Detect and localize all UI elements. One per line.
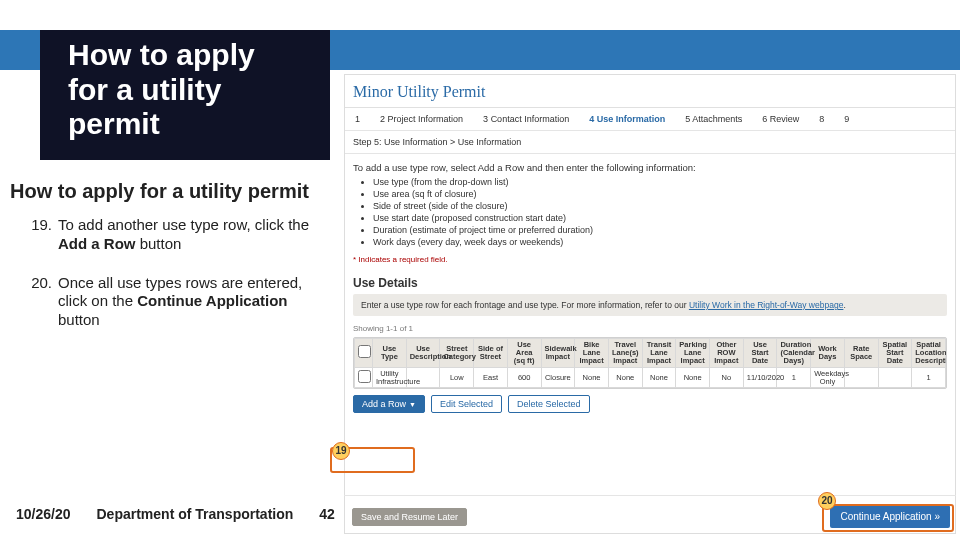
step-20: 20. Once all use types rows are entered,…	[10, 274, 330, 330]
table-cell: Closure	[541, 367, 575, 388]
slide: How to apply for a utility permit How to…	[0, 0, 960, 540]
table-cell: 11/10/2020	[743, 367, 777, 388]
section-subtitle: How to apply for a utility permit	[10, 180, 330, 202]
table-cell: 600	[507, 367, 541, 388]
slide-footer: 10/26/20 Department of Transportation 42	[16, 506, 335, 522]
col-checkbox[interactable]	[355, 339, 373, 368]
col-header: Use Start Date	[743, 339, 777, 368]
continue-application-button[interactable]: Continue Application »	[830, 505, 950, 528]
info-link[interactable]: Utility Work in the Right-of-Way webpage	[689, 300, 843, 310]
table-cell: 1	[912, 367, 946, 388]
save-resume-button[interactable]: Save and Resume Later	[352, 508, 467, 526]
col-header: Parking Lane Impact	[676, 339, 710, 368]
col-header: Spatial Location Description	[912, 339, 946, 368]
step-number: 19.	[10, 216, 58, 254]
col-header: Spatial Start Date	[878, 339, 912, 368]
table-cell	[844, 367, 878, 388]
instruction-text: To add a use type row, select Add a Row …	[345, 154, 955, 177]
table-cell: None	[642, 367, 676, 388]
edit-selected-button[interactable]: Edit Selected	[431, 395, 502, 413]
col-header: Street Category	[440, 339, 474, 368]
delete-selected-button[interactable]: Delete Selected	[508, 395, 590, 413]
select-all-checkbox[interactable]	[358, 345, 371, 358]
col-header: Duration (Calendar Days)	[777, 339, 811, 368]
footer-dept: Department of Transportation	[97, 506, 294, 522]
col-header: Other ROW Impact	[710, 339, 744, 368]
wizard-step-3[interactable]: 3 Contact Information	[473, 108, 579, 130]
info-bar: Enter a use type row for each frontage a…	[353, 294, 947, 316]
step-number: 20.	[10, 274, 58, 330]
col-header: Side of Street	[474, 339, 508, 368]
wizard-step-5[interactable]: 5 Attachments	[675, 108, 752, 130]
bullet-item: Use area (sq ft of closure)	[373, 189, 947, 199]
col-header: Use Area (sq ft)	[507, 339, 541, 368]
slide-title: How to apply for a utility permit	[68, 38, 302, 142]
use-details-heading: Use Details	[345, 270, 955, 290]
row-count: Showing 1-1 of 1	[345, 320, 955, 337]
title-box: How to apply for a utility permit	[40, 30, 330, 160]
chevron-down-icon: ▼	[409, 401, 416, 408]
bullet-item: Use start date (proposed construction st…	[373, 213, 947, 223]
breadcrumb: Step 5: Use Information > Use Informatio…	[345, 131, 955, 154]
col-header: Bike Lane Impact	[575, 339, 609, 368]
wizard-step-9[interactable]: 9	[834, 108, 859, 130]
col-header: Rate Space	[844, 339, 878, 368]
step-text: To add another use type row, click the A…	[58, 216, 330, 254]
wizard-step-1[interactable]: 1	[345, 108, 370, 130]
wizard-steps: 1 2 Project Information 3 Contact Inform…	[345, 108, 955, 131]
table-cell: None	[608, 367, 642, 388]
continue-wrap: Continue Application »	[830, 505, 950, 528]
table-header-row: Use Type Use Description Street Category…	[355, 339, 946, 368]
bullet-list: Use type (from the drop-down list) Use a…	[345, 177, 955, 253]
required-note: * Indicates a required field.	[345, 253, 955, 270]
bullet-item: Work days (every day, week days or weeke…	[373, 237, 947, 247]
instruction-pane: How to apply for a utility permit 19. To…	[10, 180, 330, 350]
col-header: Use Type	[373, 339, 407, 368]
col-header: Use Description	[406, 339, 440, 368]
step-text: Once all use types rows are entered, cli…	[58, 274, 330, 330]
table-cell: Weekdays Only	[811, 367, 845, 388]
bullet-item: Use type (from the drop-down list)	[373, 177, 947, 187]
col-header: Transit Lane Impact	[642, 339, 676, 368]
save-resume-wrap: Save and Resume Later	[352, 508, 467, 526]
add-row-button[interactable]: Add a Row▼	[353, 395, 425, 413]
bullet-item: Duration (estimate of project time or pr…	[373, 225, 947, 235]
table-cell: Utility Infrastructure	[373, 367, 407, 388]
page-title: Minor Utility Permit	[345, 75, 955, 108]
callout-badge-20: 20	[818, 492, 836, 510]
wizard-step-2[interactable]: 2 Project Information	[370, 108, 473, 130]
table-cell: None	[575, 367, 609, 388]
wizard-step-8[interactable]: 8	[809, 108, 834, 130]
wizard-step-4[interactable]: 4 Use Information	[579, 108, 675, 130]
app-screenshot: Minor Utility Permit 1 2 Project Informa…	[344, 74, 956, 534]
col-header: Sidewalk Impact	[541, 339, 575, 368]
table-row[interactable]: Utility Infrastructure Low East 600 Clos…	[355, 367, 946, 388]
table-cell: No	[710, 367, 744, 388]
step-19: 19. To add another use type row, click t…	[10, 216, 330, 254]
col-header: Work Days	[811, 339, 845, 368]
bullet-item: Side of street (side of the closure)	[373, 201, 947, 211]
row-checkbox-cell[interactable]	[355, 367, 373, 388]
use-table: Use Type Use Description Street Category…	[353, 337, 947, 389]
footer-date: 10/26/20	[16, 506, 71, 522]
table-cell: East	[474, 367, 508, 388]
wizard-step-6[interactable]: 6 Review	[752, 108, 809, 130]
table-cell: None	[676, 367, 710, 388]
row-checkbox[interactable]	[358, 370, 371, 383]
col-header: Travel Lane(s) Impact	[608, 339, 642, 368]
table-cell	[878, 367, 912, 388]
callout-badge-19: 19	[332, 442, 350, 460]
footer-page: 42	[319, 506, 335, 522]
table-actions: Add a Row▼ Edit Selected Delete Selected	[345, 389, 955, 419]
divider	[344, 495, 956, 496]
table-cell: Low	[440, 367, 474, 388]
